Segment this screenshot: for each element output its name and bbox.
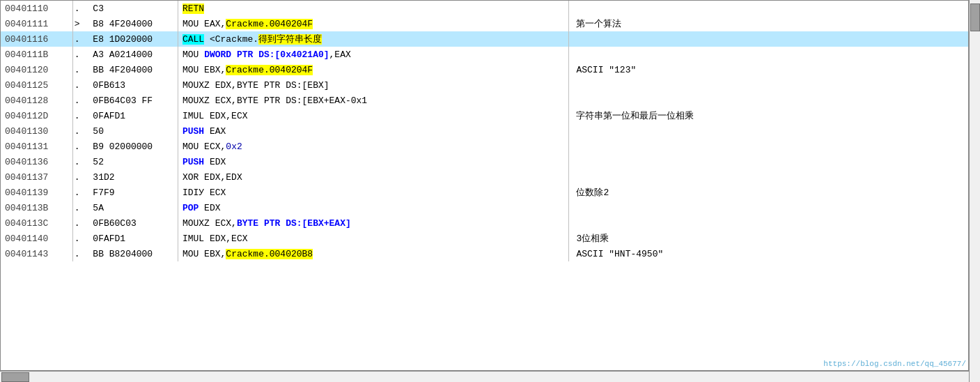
cell-instruction: MOUXZ EDX,BYTE PTR DS:[EBX]	[178, 77, 569, 93]
table-row[interactable]: 00401128.0FB64C03 FFMOUXZ ECX,BYTE PTR D…	[1, 93, 968, 108]
cell-addr: 00401110	[1, 1, 72, 16]
cell-marker: .	[72, 108, 90, 123]
table-row[interactable]: 00401131.B9 02000000MOU ECX,0x2	[1, 139, 968, 154]
cell-addr: 0040113B	[1, 200, 72, 215]
cell-instruction: MOU ECX,0x2	[178, 139, 569, 154]
cell-instruction: XOR EDX,EDX	[178, 169, 569, 185]
table-row[interactable]: 00401120.BB 4F204000MOU EBX,Crackme.0040…	[1, 62, 968, 77]
table-row[interactable]: 0040113C.0FB60C03MOUXZ ECX,BYTE PTR DS:[…	[1, 215, 968, 231]
cell-addr: 00401111	[1, 16, 72, 31]
cell-addr: 00401116	[1, 31, 72, 47]
watermark: https://blog.csdn.net/qq_45677/	[823, 360, 966, 368]
table-row[interactable]: 0040113B.5APOP EDX	[1, 200, 968, 215]
table-row[interactable]: 00401110.C3RETN	[1, 1, 968, 16]
cell-addr: 00401125	[1, 77, 72, 93]
cell-addr: 00401120	[1, 62, 72, 77]
cell-bytes: 0FB60C03	[90, 215, 178, 231]
cell-comment	[569, 93, 968, 108]
cell-marker: .	[72, 93, 90, 108]
table-row[interactable]: 00401136.52PUSH EDX	[1, 154, 968, 169]
table-row[interactable]: 00401143.BB B8204000MOU EBX,Crackme.0040…	[1, 246, 968, 261]
cell-marker: .	[72, 169, 90, 185]
cell-instruction: MOU EBX,Crackme.004020B8	[178, 246, 569, 261]
cell-comment	[569, 77, 968, 93]
cell-addr: 0040111B	[1, 47, 72, 62]
cell-instruction: MOUXZ ECX,BYTE PTR DS:[EBX+EAX]	[178, 215, 569, 231]
scrollbar-vertical[interactable]	[969, 0, 980, 382]
cell-bytes: E8 1D020000	[90, 31, 178, 47]
cell-marker: .	[72, 246, 90, 261]
cell-marker: .	[72, 123, 90, 139]
cell-bytes: BB 4F204000	[90, 62, 178, 77]
disasm-table-wrapper: 00401110.C3RETN00401111>B8 4F204000MOU E…	[0, 0, 969, 371]
scrollbar-thumb-vertical[interactable]	[970, 3, 980, 31]
cell-instruction: PUSH EDX	[178, 154, 569, 169]
cell-instruction: RETN	[178, 1, 569, 16]
cell-addr: 00401131	[1, 139, 72, 154]
table-row[interactable]: 00401140.0FAFD1IMUL EDX,ECX3位相乘	[1, 231, 968, 246]
table-row[interactable]: 0040111B.A3 A0214000MOU DWORD PTR DS:[0x…	[1, 47, 968, 62]
table-row[interactable]: 00401125.0FB613MOUXZ EDX,BYTE PTR DS:[EB…	[1, 77, 968, 93]
cell-marker: .	[72, 47, 90, 62]
cell-marker: >	[72, 16, 90, 31]
cell-comment: 字符串第一位和最后一位相乘	[569, 108, 968, 123]
cell-addr: 0040113C	[1, 215, 72, 231]
cell-bytes: 0FB64C03 FF	[90, 93, 178, 108]
disasm-table: 00401110.C3RETN00401111>B8 4F204000MOU E…	[1, 1, 968, 261]
cell-bytes: 0FAFD1	[90, 108, 178, 123]
table-row[interactable]: 00401130.50PUSH EAX	[1, 123, 968, 139]
cell-comment	[569, 215, 968, 231]
cell-addr: 00401136	[1, 154, 72, 169]
cell-marker: .	[72, 1, 90, 16]
cell-addr: 00401130	[1, 123, 72, 139]
cell-marker: .	[72, 139, 90, 154]
cell-instruction: PUSH EAX	[178, 123, 569, 139]
table-row[interactable]: 00401116.E8 1D020000CALL <Crackme.得到字符串长…	[1, 31, 968, 47]
cell-instruction: POP EDX	[178, 200, 569, 215]
cell-bytes: 52	[90, 154, 178, 169]
cell-comment	[569, 47, 968, 62]
cell-bytes: C3	[90, 1, 178, 16]
cell-comment	[569, 200, 968, 215]
cell-marker: .	[72, 200, 90, 215]
cell-addr: 0040112D	[1, 108, 72, 123]
scrollbar-thumb-horizontal[interactable]	[1, 372, 29, 382]
cell-comment: ASCII "123"	[569, 62, 968, 77]
cell-comment	[569, 123, 968, 139]
cell-addr: 00401139	[1, 185, 72, 200]
cell-instruction: CALL <Crackme.得到字符串长度	[178, 31, 569, 47]
cell-comment: 位数除2	[569, 185, 968, 200]
cell-instruction: MOU DWORD PTR DS:[0x4021A0],EAX	[178, 47, 569, 62]
cell-comment	[569, 139, 968, 154]
cell-instruction: IMUL EDX,ECX	[178, 108, 569, 123]
cell-bytes: B8 4F204000	[90, 16, 178, 31]
cell-instruction: MOUXZ ECX,BYTE PTR DS:[EBX+EAX-0x1	[178, 93, 569, 108]
cell-bytes: B9 02000000	[90, 139, 178, 154]
table-row[interactable]: 00401111>B8 4F204000MOU EAX,Crackme.0040…	[1, 16, 968, 31]
cell-addr: 00401128	[1, 93, 72, 108]
cell-bytes: 31D2	[90, 169, 178, 185]
cell-addr: 00401140	[1, 231, 72, 246]
cell-marker: .	[72, 62, 90, 77]
scrollbar-horizontal[interactable]	[0, 371, 969, 382]
cell-comment: 第一个算法	[569, 16, 968, 31]
cell-instruction: IDIУ ECX	[178, 185, 569, 200]
table-row[interactable]: 0040112D.0FAFD1IMUL EDX,ECX字符串第一位和最后一位相乘	[1, 108, 968, 123]
cell-bytes: 5A	[90, 200, 178, 215]
cell-marker: .	[72, 185, 90, 200]
cell-bytes: 0FB613	[90, 77, 178, 93]
cell-comment: 3位相乘	[569, 231, 968, 246]
cell-bytes: BB B8204000	[90, 246, 178, 261]
cell-marker: .	[72, 77, 90, 93]
cell-comment	[569, 154, 968, 169]
cell-marker: .	[72, 31, 90, 47]
table-row[interactable]: 00401139.F7F9IDIУ ECX位数除2	[1, 185, 968, 200]
cell-instruction: IMUL EDX,ECX	[178, 231, 569, 246]
cell-bytes: A3 A0214000	[90, 47, 178, 62]
cell-marker: .	[72, 215, 90, 231]
cell-comment	[569, 1, 968, 16]
cell-addr: 00401143	[1, 246, 72, 261]
cell-bytes: 50	[90, 123, 178, 139]
cell-addr: 00401137	[1, 169, 72, 185]
table-row[interactable]: 00401137.31D2XOR EDX,EDX	[1, 169, 968, 185]
